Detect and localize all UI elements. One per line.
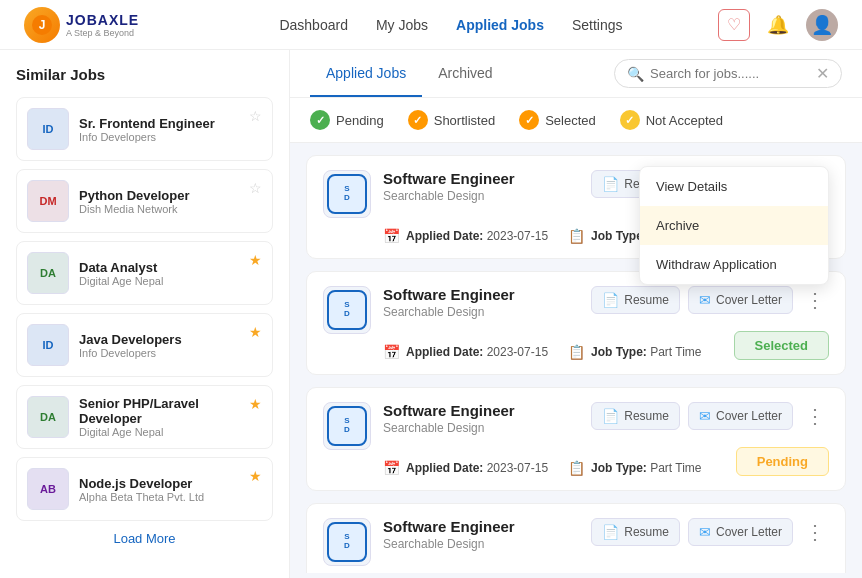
applied-date-label: Applied Date: 2023-07-15 xyxy=(406,345,548,359)
avatar[interactable]: 👤 xyxy=(806,9,838,41)
job-logo: DA xyxy=(27,396,69,438)
dropdown-withdraw[interactable]: Withdraw Application xyxy=(640,245,828,284)
tab-archived[interactable]: Archived xyxy=(422,51,508,97)
favorites-button[interactable]: ♡ xyxy=(718,9,750,41)
cover-letter-button[interactable]: ✉ Cover Letter xyxy=(688,286,793,314)
applied-logo: SD xyxy=(323,518,371,566)
not-accepted-dot: ✓ xyxy=(620,110,640,130)
star-icon[interactable]: ★ xyxy=(249,324,262,340)
nav-applied-jobs[interactable]: Applied Jobs xyxy=(456,17,544,33)
applied-logo: SD xyxy=(323,402,371,450)
briefcase-icon: 📋 xyxy=(568,344,585,360)
resume-button[interactable]: 📄 Resume xyxy=(591,518,680,546)
job-title: Java Developers xyxy=(79,332,262,347)
pdf-icon: 📄 xyxy=(602,524,619,540)
load-more-button[interactable]: Load More xyxy=(113,531,175,546)
table-row: SD Software Engineer Searchable Design 📄… xyxy=(306,155,846,259)
applied-job-title: Software Engineer xyxy=(383,518,579,535)
resume-button[interactable]: 📄 Resume xyxy=(591,286,680,314)
logo-sub: A Step & Beyond xyxy=(66,29,139,38)
sidebar: Similar Jobs ID Sr. Frontend Engineer In… xyxy=(0,50,290,578)
main-layout: Similar Jobs ID Sr. Frontend Engineer In… xyxy=(0,50,862,578)
applied-actions: 📄 Resume ✉ Cover Letter ⋮ xyxy=(591,402,829,430)
nav-settings[interactable]: Settings xyxy=(572,17,623,33)
job-type-label: Job Type: Part Time xyxy=(591,345,701,359)
resume-button[interactable]: 📄 Resume xyxy=(591,402,680,430)
applied-job-info: Software Engineer Searchable Design xyxy=(383,286,579,319)
dropdown-archive[interactable]: Archive xyxy=(640,206,828,245)
nav-my-jobs[interactable]: My Jobs xyxy=(376,17,428,33)
job-logo: AB xyxy=(27,468,69,510)
list-item[interactable]: DA Senior PHP/Laravel Developer Digital … xyxy=(16,385,273,449)
job-title: Senior PHP/Laravel Developer xyxy=(79,396,262,426)
cover-letter-button[interactable]: ✉ Cover Letter xyxy=(688,518,793,546)
main-nav: Dashboard My Jobs Applied Jobs Settings xyxy=(184,17,718,33)
filter-not-accepted[interactable]: ✓ Not Accepted xyxy=(620,110,723,130)
pdf-icon: 📄 xyxy=(602,408,619,424)
list-item[interactable]: AB Node.js Developer Alpha Beta Theta Pv… xyxy=(16,457,273,521)
job-logo: DA xyxy=(27,252,69,294)
briefcase-icon: 📋 xyxy=(568,460,585,476)
resume-label: Resume xyxy=(624,293,669,307)
applied-job-title: Software Engineer xyxy=(383,170,579,187)
job-info: Python Developer Dish Media Network xyxy=(79,188,262,215)
table-row: SD Software Engineer Searchable Design 📄… xyxy=(306,271,846,375)
job-company: Info Developers xyxy=(79,347,262,359)
filter-selected[interactable]: ✓ Selected xyxy=(519,110,596,130)
star-icon[interactable]: ★ xyxy=(249,396,262,412)
applied-card-header: SD Software Engineer Searchable Design 📄… xyxy=(323,402,829,450)
list-item[interactable]: ID Java Developers Info Developers ★ xyxy=(16,313,273,377)
job-logo: DM xyxy=(27,180,69,222)
star-icon[interactable]: ☆ xyxy=(249,108,262,124)
job-company: Dish Media Network xyxy=(79,203,262,215)
job-title: Python Developer xyxy=(79,188,262,203)
job-info: Node.js Developer Alpha Beta Theta Pvt. … xyxy=(79,476,262,503)
job-info: Java Developers Info Developers xyxy=(79,332,262,359)
applied-company: Searchable Design xyxy=(383,421,579,435)
shortlisted-dot: ✓ xyxy=(408,110,428,130)
applied-job-info: Software Engineer Searchable Design xyxy=(383,518,579,551)
more-options-button[interactable]: ⋮ xyxy=(801,402,829,430)
table-row: SD Software Engineer Searchable Design 📄… xyxy=(306,387,846,491)
more-options-button[interactable]: ⋮ xyxy=(801,518,829,546)
job-company: Alpha Beta Theta Pvt. Ltd xyxy=(79,491,262,503)
applied-date-label: Applied Date: 2023-07-15 xyxy=(406,229,548,243)
resume-label: Resume xyxy=(624,409,669,423)
applied-job-info: Software Engineer Searchable Design xyxy=(383,170,579,203)
applied-jobs-list: SD Software Engineer Searchable Design 📄… xyxy=(290,143,862,573)
applied-job-title: Software Engineer xyxy=(383,402,579,419)
list-item[interactable]: DA Data Analyst Digital Age Nepal ★ xyxy=(16,241,273,305)
tabs-bar: Applied Jobs Archived 🔍 ✕ xyxy=(290,50,862,98)
cover-letter-button[interactable]: ✉ Cover Letter xyxy=(688,402,793,430)
status-badge: Pending xyxy=(736,447,829,476)
applied-company: Searchable Design xyxy=(383,537,579,551)
filter-shortlisted[interactable]: ✓ Shortlisted xyxy=(408,110,495,130)
header: J JOBAXLE A Step & Beyond Dashboard My J… xyxy=(0,0,862,50)
search-input[interactable] xyxy=(650,66,810,81)
applied-actions: 📄 Resume ✉ Cover Letter ⋮ xyxy=(591,286,829,314)
applied-date-label: Applied Date: 2023-07-15 xyxy=(406,461,548,475)
list-item[interactable]: ID Sr. Frontend Engineer Info Developers… xyxy=(16,97,273,161)
notifications-button[interactable]: 🔔 xyxy=(762,9,794,41)
sidebar-title: Similar Jobs xyxy=(16,66,273,83)
star-icon[interactable]: ★ xyxy=(249,252,262,268)
filter-pending[interactable]: ✓ Pending xyxy=(310,110,384,130)
nav-dashboard[interactable]: Dashboard xyxy=(279,17,348,33)
job-info: Data Analyst Digital Age Nepal xyxy=(79,260,262,287)
close-search-icon[interactable]: ✕ xyxy=(816,64,829,83)
search-icon: 🔍 xyxy=(627,66,644,82)
applied-card-header: SD Software Engineer Searchable Design 📄… xyxy=(323,286,829,334)
table-row: SD Software Engineer Searchable Design 📄… xyxy=(306,503,846,573)
star-icon[interactable]: ☆ xyxy=(249,180,262,196)
applied-job-info: Software Engineer Searchable Design xyxy=(383,402,579,435)
list-item[interactable]: DM Python Developer Dish Media Network ☆ xyxy=(16,169,273,233)
job-info: Senior PHP/Laravel Developer Digital Age… xyxy=(79,396,262,438)
tab-applied-jobs[interactable]: Applied Jobs xyxy=(310,51,422,97)
applied-logo: SD xyxy=(323,170,371,218)
calendar-icon: 📅 xyxy=(383,460,400,476)
applied-company: Searchable Design xyxy=(383,189,579,203)
job-logo: ID xyxy=(27,324,69,366)
more-options-button[interactable]: ⋮ xyxy=(801,286,829,314)
star-icon[interactable]: ★ xyxy=(249,468,262,484)
dropdown-view-details[interactable]: View Details xyxy=(640,167,828,206)
